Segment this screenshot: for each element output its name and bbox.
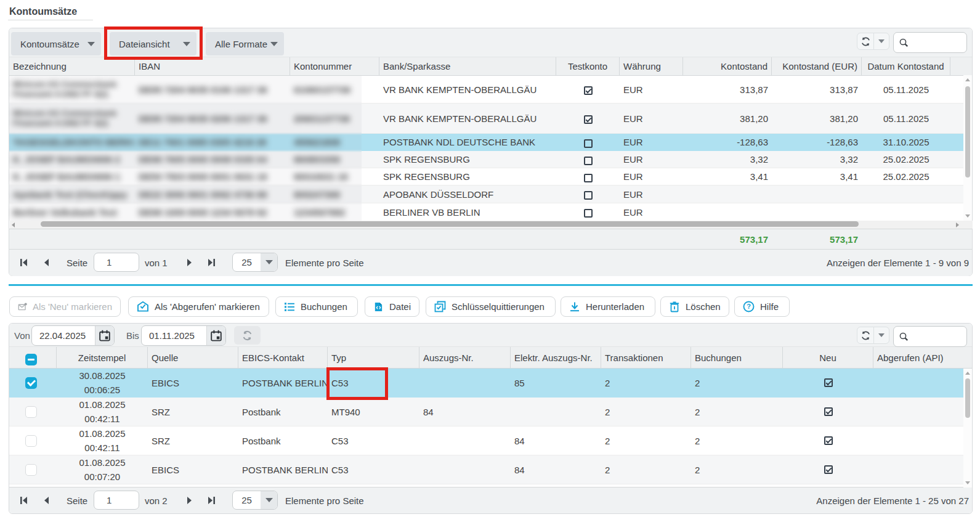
svg-text:?: ? bbox=[747, 303, 751, 310]
